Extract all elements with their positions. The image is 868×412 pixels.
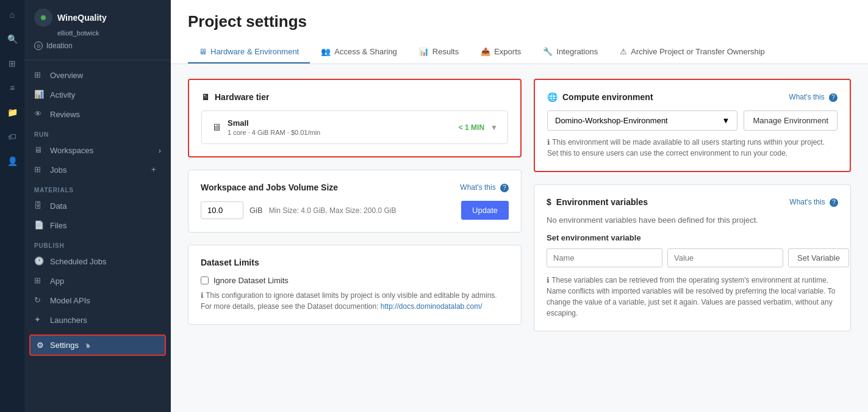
logo-dot	[41, 15, 46, 20]
main-header: Project settings 🖥 Hardware & Environmen…	[171, 0, 868, 64]
left-column: 🖥 Hardware tier 🖥 Small 1 core · 4 GiB R…	[188, 79, 522, 397]
tab-exports[interactable]: 📤 Exports	[470, 41, 532, 63]
tag-icon[interactable]: 🏷	[5, 129, 20, 144]
compute-env-whats-this[interactable]: What's this ?	[789, 93, 838, 102]
hw-option-time: < 1 MIN	[459, 123, 484, 132]
ideation-icon: ⊙	[34, 42, 43, 50]
compute-env-title-row: 🌐 Compute environment What's this ?	[547, 92, 838, 102]
sidebar-item-model-apis[interactable]: ↻ Model APIs	[24, 291, 171, 310]
hardware-tier-title: 🖥 Hardware tier	[201, 92, 508, 102]
data-icon: 🗄	[34, 201, 44, 211]
no-vars-message: No environment variables have been defin…	[547, 215, 838, 225]
ignore-limits-checkbox[interactable]	[201, 276, 209, 284]
tab-access[interactable]: 👥 Access & Sharing	[310, 41, 408, 63]
sidebar-item-data[interactable]: 🗄 Data	[24, 196, 171, 215]
jobs-plus-icon[interactable]: +	[151, 165, 161, 175]
env-vars-whats-this[interactable]: What's this ?	[789, 198, 838, 207]
manage-env-button[interactable]: Manage Environment	[744, 110, 838, 131]
search-icon[interactable]: 🔍	[5, 32, 20, 46]
settings-icon: ⚙	[37, 341, 44, 350]
volume-unit: GiB	[249, 206, 263, 215]
tab-results[interactable]: 📊 Results	[408, 41, 470, 63]
hw-chevron-icon: ▼	[490, 123, 498, 132]
tab-archive-icon: ⚠	[620, 47, 627, 56]
tab-archive[interactable]: ⚠ Archive Project or Transfer Ownership	[609, 41, 776, 63]
compute-env-help-icon: ?	[829, 93, 838, 102]
sidebar-item-launchers[interactable]: ✦ Launchers	[24, 310, 171, 330]
compute-env-card: 🌐 Compute environment What's this ? Domi…	[534, 79, 851, 172]
env-vars-title: $ Environment variables	[547, 197, 648, 207]
env-inputs-row: Set Variable	[547, 248, 838, 267]
volume-input[interactable]	[201, 201, 243, 219]
dataset-limits-info: ℹ This configuration to ignore dataset l…	[201, 290, 509, 312]
volume-input-row: GiB Min Size: 4.0 GiB, Max Size: 200.0 G…	[201, 201, 509, 220]
ideation-label: Ideation	[46, 42, 73, 50]
tab-integrations[interactable]: 🔧 Integrations	[532, 41, 609, 63]
env-select-row: Domino-Workshop-Environment ▼ Manage Env…	[547, 110, 838, 131]
env-vars-card: $ Environment variables What's this ? No…	[534, 184, 851, 331]
person-icon[interactable]: 👤	[5, 154, 20, 168]
ignore-limits-label: Ignore Dataset Limits	[213, 276, 289, 285]
sidebar-item-activity[interactable]: 📊 Activity	[24, 85, 171, 104]
tab-archive-label: Archive Project or Transfer Ownership	[631, 47, 765, 56]
compute-env-title: 🌐 Compute environment	[547, 92, 653, 102]
brand-logo: WineQuality	[34, 9, 161, 27]
tab-results-icon: 📊	[419, 47, 429, 56]
update-button[interactable]: Update	[461, 201, 509, 220]
workspaces-badge: ›	[159, 146, 161, 155]
hw-option-info: Small 1 core · 4 GiB RAM · $0.01/min	[228, 118, 320, 136]
sidebar-label-overview: Overview	[50, 71, 83, 80]
env-vars-help-icon: ?	[830, 198, 838, 207]
sidebar-item-app[interactable]: ⊞ App	[24, 271, 171, 291]
sidebar: WineQuality elliott_botwick ⊙ Ideation ⊞…	[24, 0, 171, 412]
sidebar-item-workspaces[interactable]: 🖥 Workspaces ›	[24, 140, 171, 160]
sidebar-label-model-apis: Model APIs	[50, 296, 90, 305]
sidebar-item-files[interactable]: 📄 Files	[24, 215, 171, 235]
workspaces-icon: 🖥	[34, 145, 44, 155]
sidebar-item-scheduled-jobs[interactable]: 🕐 Scheduled Jobs	[24, 251, 171, 271]
grid-icon[interactable]: ⊞	[5, 56, 20, 71]
sidebar-nav: ⊞ Overview 📊 Activity 👁 Reviews RUN 🖥 Wo…	[24, 60, 171, 412]
sidebar-label-workspaces: Workspaces	[50, 146, 93, 155]
model-apis-icon: ↻	[34, 295, 44, 305]
sidebar-label-launchers: Launchers	[50, 316, 87, 325]
home-icon[interactable]: ⌂	[5, 7, 20, 22]
info-icon: ℹ	[201, 291, 204, 300]
env-vars-dollar-icon: $	[547, 197, 551, 207]
hw-option-right: < 1 MIN ▼	[459, 123, 498, 132]
volume-title-text: Workspace and Jobs Volume Size	[201, 183, 338, 192]
env-select-dropdown[interactable]: Domino-Workshop-Environment ▼	[547, 110, 737, 131]
sidebar-label-scheduled-jobs: Scheduled Jobs	[50, 257, 107, 266]
compute-env-title-icon: 🌐	[547, 92, 558, 102]
set-variable-button[interactable]: Set Variable	[788, 248, 849, 267]
layers-icon[interactable]: ≡	[5, 81, 20, 95]
hw-option-details: 1 core · 4 GiB RAM · $0.01/min	[228, 129, 320, 136]
folder-icon[interactable]: 📁	[5, 105, 20, 120]
env-info-icon: ℹ	[547, 138, 550, 146]
sidebar-label-jobs: Jobs	[50, 165, 66, 175]
dataset-limits-link[interactable]: http://docs.dominodatalab.com/	[381, 302, 482, 311]
env-name-input[interactable]	[547, 248, 662, 267]
env-select-chevron: ▼	[722, 116, 730, 125]
sidebar-header: WineQuality elliott_botwick ⊙ Ideation	[24, 0, 171, 60]
materials-section-label: MATERIALS	[24, 179, 171, 196]
sidebar-item-reviews[interactable]: 👁 Reviews	[24, 104, 171, 124]
volume-whats-this[interactable]: What's this ?	[460, 183, 509, 192]
env-value-input[interactable]	[667, 248, 783, 267]
scheduled-jobs-icon: 🕐	[34, 256, 44, 266]
tab-hardware[interactable]: 🖥 Hardware & Environment	[188, 41, 310, 63]
volume-hint: Min Size: 4.0 GiB, Max Size: 200.0 GiB	[269, 206, 455, 215]
sidebar-label-reviews: Reviews	[50, 110, 80, 119]
compute-env-title-text: Compute environment	[562, 92, 653, 102]
volume-whats-this-label: What's this	[460, 183, 495, 192]
right-column: 🌐 Compute environment What's this ? Domi…	[534, 79, 851, 397]
env-note-text: These variables can be retrieved from th…	[547, 276, 835, 317]
hardware-option-small[interactable]: 🖥 Small 1 core · 4 GiB RAM · $0.01/min <…	[201, 110, 508, 144]
sidebar-item-jobs[interactable]: ⊞ Jobs +	[24, 160, 171, 179]
env-vars-whats-this-label: What's this	[789, 198, 825, 206]
sidebar-label-settings: Settings	[50, 341, 79, 350]
sidebar-item-overview[interactable]: ⊞ Overview	[24, 65, 171, 85]
compute-env-whats-this-label: What's this	[789, 93, 824, 101]
sidebar-item-settings[interactable]: ⚙ Settings 🖱	[29, 334, 166, 356]
env-select-value: Domino-Workshop-Environment	[555, 116, 668, 125]
